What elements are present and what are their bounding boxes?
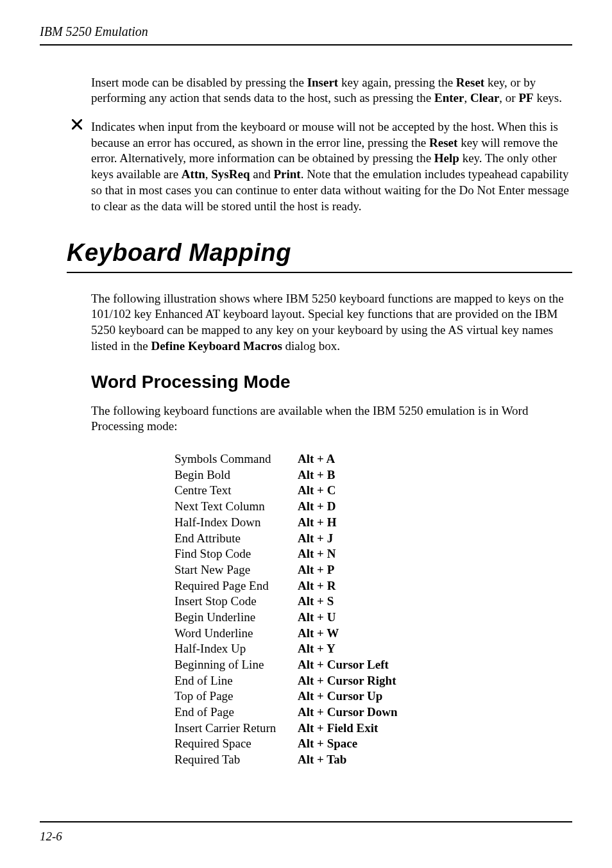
kbd-function-label: Word Underline <box>174 626 298 642</box>
key-sysreq: SysReq <box>211 167 250 181</box>
key-help: Help <box>434 151 459 165</box>
kbd-row: Next Text ColumnAlt + D <box>174 499 572 515</box>
kbd-key-combo: Alt + Tab <box>298 752 346 768</box>
kbd-row: Half-Index DownAlt + H <box>174 515 572 531</box>
key-pf: PF <box>518 91 533 104</box>
kbd-key-combo: Alt + D <box>298 499 336 515</box>
text: , or <box>499 91 518 104</box>
kbd-key-combo: Alt + Cursor Left <box>298 657 389 673</box>
section-paragraph: The following illustration shows where I… <box>91 291 572 355</box>
kbd-key-combo: Alt + Space <box>298 736 357 752</box>
key-enter: Enter <box>434 91 464 104</box>
kbd-function-label: Find Stop Code <box>174 546 298 562</box>
kbd-function-label: End of Line <box>174 673 298 689</box>
kbd-row: Required TabAlt + Tab <box>174 752 572 768</box>
kbd-row: Begin UnderlineAlt + U <box>174 610 572 626</box>
x-icon <box>40 119 91 129</box>
kbd-key-combo: Alt + H <box>298 515 336 531</box>
kbd-row: Find Stop CodeAlt + N <box>174 546 572 562</box>
kbd-row: Required Page EndAlt + R <box>174 578 572 594</box>
kbd-function-label: Insert Stop Code <box>174 594 298 610</box>
kbd-function-label: Required Page End <box>174 578 298 594</box>
key-attn: Attn <box>182 167 205 181</box>
kbd-key-combo: Alt + A <box>298 451 335 467</box>
kbd-key-combo: Alt + U <box>298 610 336 626</box>
running-header: IBM 5250 Emulation <box>40 23 572 46</box>
keyboard-mapping-table: Symbols CommandAlt + ABegin BoldAlt + BC… <box>174 451 572 768</box>
key-insert: Insert <box>307 76 339 89</box>
kbd-key-combo: Alt + Field Exit <box>298 721 378 737</box>
kbd-row: Start New PageAlt + P <box>174 562 572 578</box>
kbd-key-combo: Alt + B <box>298 467 335 483</box>
running-header-title: IBM 5250 Emulation <box>40 24 148 38</box>
key-clear: Clear <box>470 91 499 104</box>
kbd-function-label: Required Space <box>174 736 298 752</box>
text: key again, pressing the <box>338 76 456 89</box>
do-not-enter-bullet: Indicates when input from the keyboard o… <box>40 119 572 214</box>
kbd-function-label: Half-Index Up <box>174 641 298 657</box>
kbd-row: Symbols CommandAlt + A <box>174 451 572 467</box>
bullet-text: Indicates when input from the keyboard o… <box>91 119 572 214</box>
text: dialog box. <box>282 339 340 353</box>
kbd-function-label: Required Tab <box>174 752 298 768</box>
key-reset: Reset <box>429 136 457 149</box>
kbd-key-combo: Alt + P <box>298 562 334 578</box>
kbd-key-combo: Alt + N <box>298 546 336 562</box>
kbd-function-label: Begin Underline <box>174 610 298 626</box>
subsection-title-word-processing: Word Processing Mode <box>91 371 572 394</box>
text: keys. <box>534 91 562 104</box>
kbd-function-label: Half-Index Down <box>174 515 298 531</box>
text: , <box>205 167 212 181</box>
key-reset: Reset <box>456 76 484 89</box>
kbd-row: Insert Carrier ReturnAlt + Field Exit <box>174 721 572 737</box>
text: and <box>250 167 273 181</box>
kbd-key-combo: Alt + S <box>298 594 334 610</box>
kbd-function-label: Begin Bold <box>174 467 298 483</box>
kbd-function-label: Top of Page <box>174 689 298 705</box>
kbd-key-combo: Alt + C <box>298 483 336 499</box>
kbd-row: Insert Stop CodeAlt + S <box>174 594 572 610</box>
kbd-row: Beginning of LineAlt + Cursor Left <box>174 657 572 673</box>
kbd-key-combo: Alt + W <box>298 626 339 642</box>
page-footer: 12-6 <box>40 821 572 845</box>
kbd-function-label: Symbols Command <box>174 451 298 467</box>
kbd-row: End of LineAlt + Cursor Right <box>174 673 572 689</box>
kbd-row: Required SpaceAlt + Space <box>174 736 572 752</box>
intro-paragraph: Insert mode can be disabled by pressing … <box>91 75 572 106</box>
page-number: 12-6 <box>40 830 62 843</box>
kbd-key-combo: Alt + Cursor Up <box>298 689 382 705</box>
kbd-function-label: Beginning of Line <box>174 657 298 673</box>
text: , <box>464 91 470 104</box>
subsection-desc: The following keyboard functions are ava… <box>91 403 572 435</box>
kbd-key-combo: Alt + Cursor Down <box>298 705 398 721</box>
kbd-row: Centre TextAlt + C <box>174 483 572 499</box>
kbd-function-label: Centre Text <box>174 483 298 499</box>
kbd-key-combo: Alt + Y <box>298 641 336 657</box>
kbd-row: Top of PageAlt + Cursor Up <box>174 689 572 705</box>
kbd-key-combo: Alt + R <box>298 578 336 594</box>
key-print: Print <box>273 167 300 181</box>
kbd-key-combo: Alt + Cursor Right <box>298 673 396 689</box>
kbd-function-label: End Attribute <box>174 531 298 547</box>
section-rule <box>67 272 572 273</box>
kbd-row: Half-Index UpAlt + Y <box>174 641 572 657</box>
kbd-function-label: Start New Page <box>174 562 298 578</box>
kbd-row: Begin BoldAlt + B <box>174 467 572 483</box>
footer-rule <box>40 821 572 822</box>
kbd-row: Word UnderlineAlt + W <box>174 626 572 642</box>
kbd-function-label: Insert Carrier Return <box>174 721 298 737</box>
kbd-key-combo: Alt + J <box>298 531 333 547</box>
kbd-function-label: End of Page <box>174 705 298 721</box>
section-title-keyboard-mapping: Keyboard Mapping <box>67 237 572 269</box>
dialog-define-keyboard-macros: Define Keyboard Macros <box>151 339 282 353</box>
kbd-function-label: Next Text Column <box>174 499 298 515</box>
kbd-row: End AttributeAlt + J <box>174 531 572 547</box>
kbd-row: End of PageAlt + Cursor Down <box>174 705 572 721</box>
text: Insert mode can be disabled by pressing … <box>91 76 307 89</box>
